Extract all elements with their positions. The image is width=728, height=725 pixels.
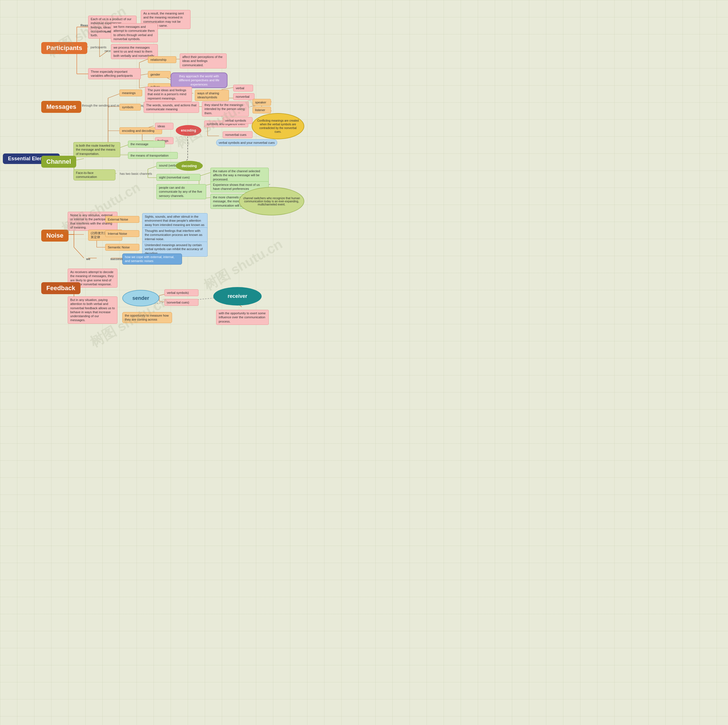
two-basic-node: has two basic channels xyxy=(118,171,154,177)
verbal-symbols-enc-node: verbal symbols xyxy=(223,117,252,124)
channel-label: Channel xyxy=(41,156,76,168)
opportunity-measure-box: the opportunity to measure how they are … xyxy=(122,312,172,323)
nonverbal-node: nonverbal xyxy=(233,93,254,100)
noise-label: Noise xyxy=(41,230,69,241)
ideas-node: ideas xyxy=(155,123,173,130)
sender-desc-box: we form messages and attempt to communic… xyxy=(111,23,158,42)
verbal-symbols-fb-node: verbal symbols) xyxy=(164,289,199,296)
symbols-node: symbols xyxy=(119,104,141,111)
relationship-node: relationship xyxy=(148,56,176,63)
three-vars-box: Three especially important variables aff… xyxy=(88,68,141,79)
the-message-node: the message xyxy=(128,141,165,148)
relationship-desc-box: affect their perceptions of the ideas an… xyxy=(180,53,226,69)
symbols-desc-box: The words, sounds, and actions that comm… xyxy=(144,102,199,113)
watermark-4: 树图 shutu.cn xyxy=(200,235,286,295)
nonverbal-cues-fb-node: nonverbal cues) xyxy=(164,299,199,306)
receiver-oval: receiver xyxy=(213,287,262,305)
meanings-node: meanings xyxy=(119,90,142,96)
external-noise-node: External Noise xyxy=(105,216,139,223)
means-transport-node: the means of transportation xyxy=(128,152,178,159)
they-stand-box: they stand for the meanings intended by … xyxy=(202,101,249,116)
nonverbal-cues-enc-node: nonverbal cues xyxy=(223,131,252,138)
verbal-node: verbal xyxy=(233,85,253,92)
culture-desc-box: they approach the world with different p… xyxy=(171,72,228,88)
participants-label: Participants xyxy=(41,42,87,54)
opportunity-exert-box: with the opportunity to exert some influ… xyxy=(216,310,269,325)
five-sensory-box: people can and do communicate by any of … xyxy=(156,184,206,199)
messages-label: Messages xyxy=(41,101,81,113)
sight-node: sight (nonverbal cues) xyxy=(156,174,200,181)
channel-desc-box: is both the route traveled by the messag… xyxy=(73,142,120,157)
cope-noise-box: how we cope with external, internal, and… xyxy=(122,253,182,265)
svg-line-9 xyxy=(139,59,148,63)
decoding-oval: decoding xyxy=(176,161,203,171)
meanings-desc-box: The pure ideas and feelings that exist i… xyxy=(145,87,192,102)
channel-switchers-oval: channel switchers who recognize that hum… xyxy=(239,187,304,215)
channel-nature-box: the nature of the channel selected affec… xyxy=(210,168,269,183)
svg-line-51 xyxy=(199,172,210,176)
svg-line-16 xyxy=(108,94,119,98)
verbal-symbols-cues-bar: verbal symbols and your nonverbal cues xyxy=(216,139,277,146)
internal-noise-label: Internal Noise xyxy=(105,230,139,237)
svg-line-63 xyxy=(74,247,84,258)
encoding-oval: encoding xyxy=(176,125,201,136)
ways-sharing-box: ways of sharing ideas/symbols xyxy=(195,90,229,101)
sender-oval: sender xyxy=(122,290,159,306)
face-to-face-node: Face-to-face communication xyxy=(73,169,115,180)
gender-node: gender xyxy=(148,71,171,78)
internal-noise-desc: Thoughts and feelings that interfere wit… xyxy=(142,227,208,243)
conflicting-box: Conflicting meanings are created when th… xyxy=(252,113,304,139)
feedback-label: Feedback xyxy=(41,282,81,294)
speaker-node: speaker xyxy=(252,99,271,106)
we-node: we xyxy=(84,256,93,262)
listener-node: listener xyxy=(252,107,271,113)
semantic-noise-node: Semantic Noise xyxy=(105,244,139,251)
feedback-desc2-box: But in any situation, paying attention t… xyxy=(68,296,118,324)
